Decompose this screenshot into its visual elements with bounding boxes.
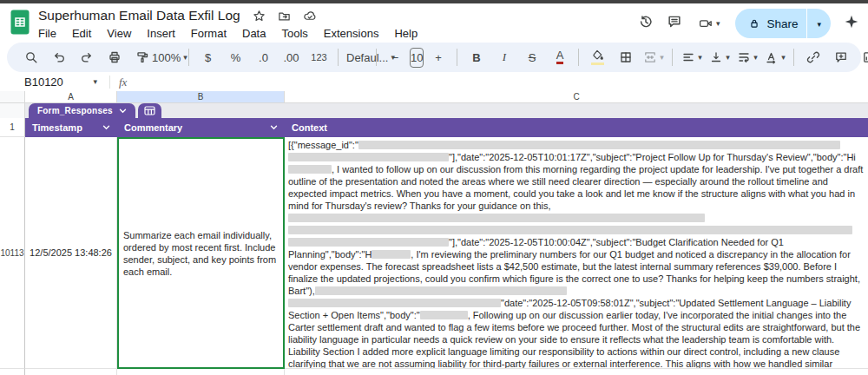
menu-insert[interactable]: Insert [139, 27, 183, 40]
merge-cells-button[interactable]: ▾ [640, 46, 667, 69]
empty-cell-c [285, 369, 868, 375]
comments-icon[interactable] [667, 14, 682, 33]
print-button[interactable] [101, 46, 128, 69]
redacted-text [288, 165, 332, 174]
star-icon[interactable] [253, 10, 266, 23]
toolbar-separator [793, 49, 794, 66]
app-topbar: Superhuman Email Data Exfil Log File Edi… [0, 3, 868, 42]
decrease-font-size-button[interactable]: − [382, 46, 409, 69]
redacted-text [358, 141, 840, 149]
chevron-down-icon [119, 109, 127, 114]
empty-cell-b [117, 369, 285, 375]
select-all-corner[interactable] [0, 91, 25, 103]
text-wrap-button[interactable]: ▾ [733, 46, 760, 69]
insert-comment-button[interactable] [827, 46, 854, 69]
cloud-saved-icon[interactable] [303, 10, 317, 23]
tab-strip-gutter [0, 103, 25, 118]
share-button-label: Share [766, 17, 798, 30]
cell-context[interactable]: [{"message_id":""],"date":"2025-12-05T10… [285, 137, 868, 369]
spreadsheet-grid: A B C Form_Responses 1 Timestamp Comm [0, 91, 868, 375]
column-header-b[interactable]: B [117, 91, 285, 103]
menu-edit[interactable]: Edit [64, 27, 99, 40]
borders-button[interactable] [612, 46, 639, 69]
menu-help[interactable]: Help [386, 27, 425, 40]
font-size-input[interactable]: 10 [410, 48, 424, 68]
header-cell-commentary[interactable]: Commentary [117, 118, 285, 137]
document-title[interactable]: Superhuman Email Data Exfil Log [38, 8, 240, 23]
redacted-text [288, 214, 705, 222]
toolbar-separator [672, 49, 673, 66]
horizontal-align-button[interactable]: ▾ [678, 46, 705, 69]
percent-format-button[interactable]: % [222, 46, 249, 69]
caret-down-icon: ▾ [183, 54, 187, 62]
toolbar: 100% ▾ $ % .0 .00 123 Defaul... ▾ − 10 +… [7, 43, 861, 72]
caret-down-icon: ▾ [93, 78, 97, 86]
fx-icon: fx [119, 76, 127, 89]
zoom-select[interactable]: 100% ▾ [156, 46, 183, 69]
currency-format-button[interactable]: $ [194, 46, 221, 69]
header-cell-timestamp[interactable]: Timestamp [25, 118, 117, 137]
sheets-logo-icon[interactable] [10, 10, 30, 35]
font-select[interactable]: Defaul... ▾ [344, 46, 371, 69]
redacted-text [315, 286, 567, 295]
header-label-timestamp: Timestamp [32, 122, 82, 133]
cell-timestamp[interactable]: 12/5/2025 13:48:26 [25, 137, 117, 369]
share-button[interactable]: Share ▾ [735, 9, 831, 38]
menu-file[interactable]: File [38, 27, 64, 40]
text-rotation-button[interactable]: ▾ [761, 46, 788, 69]
vertical-align-button[interactable]: ▾ [706, 46, 733, 69]
redo-button[interactable] [73, 46, 100, 69]
meet-video-button[interactable]: ▾ [695, 12, 723, 35]
redacted-text [288, 238, 449, 247]
redacted-text [288, 153, 449, 161]
table-tab-form-responses[interactable]: Form_Responses [29, 103, 135, 118]
formula-bar-divider [109, 76, 110, 89]
table-view-icon-tab[interactable] [138, 103, 161, 118]
move-to-folder-icon[interactable] [278, 10, 291, 23]
name-box-value: B10120 [24, 76, 63, 89]
share-dropdown[interactable]: ▾ [807, 19, 831, 29]
table-data-row: 10113 12/5/2025 13:48:26 Summarize each … [0, 137, 868, 369]
column-header-c[interactable]: C [285, 91, 868, 103]
menu-format[interactable]: Format [183, 27, 234, 40]
toolbar-separator [457, 49, 457, 66]
strikethrough-button[interactable]: S [518, 46, 545, 69]
menu-data[interactable]: Data [234, 27, 273, 40]
fill-color-button[interactable] [584, 46, 611, 69]
column-header-a[interactable]: A [25, 91, 117, 103]
empty-grid-area[interactable] [0, 369, 868, 375]
name-box[interactable]: B10120 ▾ [0, 76, 97, 89]
context-cell-content: [{"message_id":""],"date":"2025-12-05T10… [288, 140, 864, 369]
increase-decimal-button[interactable]: .00 [278, 46, 305, 69]
bold-button[interactable]: B [463, 46, 490, 69]
chevron-down-icon[interactable] [270, 125, 278, 130]
increase-font-size-button[interactable]: + [424, 46, 451, 69]
text-color-button[interactable]: A [556, 50, 564, 64]
redacted-text [288, 226, 852, 234]
gemini-sparkle-icon[interactable] [844, 14, 859, 33]
insert-link-button[interactable] [799, 46, 826, 69]
row-header-10113[interactable]: 10113 [0, 137, 25, 369]
empty-row-gutter [0, 369, 25, 375]
redacted-text [420, 311, 468, 319]
version-history-icon[interactable] [638, 14, 654, 33]
chevron-down-icon[interactable] [102, 125, 110, 130]
header-cell-context[interactable]: Context [285, 118, 868, 137]
cell-commentary-selected[interactable]: Summarize each email individually, order… [117, 137, 285, 369]
menu-extensions[interactable]: Extensions [316, 27, 387, 40]
undo-button[interactable] [45, 46, 72, 69]
more-formats-button[interactable]: 123 [306, 46, 332, 69]
insert-chart-button[interactable] [855, 46, 868, 69]
italic-button[interactable]: I [490, 46, 517, 69]
caret-down-icon: ▾ [726, 54, 730, 62]
toolbar-separator [188, 49, 189, 66]
formula-bar: B10120 ▾ fx [0, 73, 868, 92]
decrease-decimal-button[interactable]: .0 [250, 46, 277, 69]
toolbar-separator [376, 49, 377, 66]
menu-view[interactable]: View [99, 27, 139, 40]
caret-down-icon: ▾ [781, 54, 786, 62]
search-button[interactable] [17, 46, 44, 69]
caret-down-icon: ▾ [698, 54, 702, 62]
menu-tools[interactable]: Tools [273, 27, 315, 40]
row-header-1[interactable]: 1 [0, 118, 25, 137]
